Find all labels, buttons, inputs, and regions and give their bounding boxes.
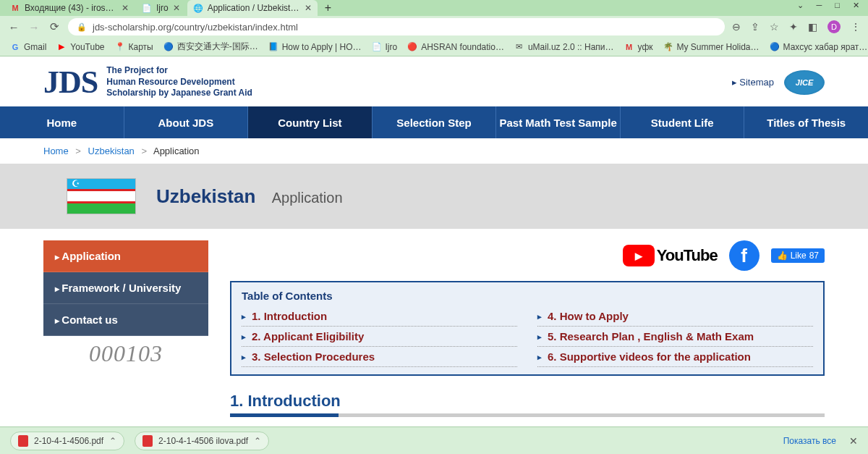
tab-ijro[interactable]: 📄 Ijro ✕ bbox=[136, 0, 186, 16]
tab-title: Входящие (43) - irossu1420@gm bbox=[25, 3, 117, 13]
bookmark-ijro[interactable]: 📄Ijro bbox=[372, 42, 398, 52]
youtube-link[interactable]: ▶ YouTube bbox=[623, 245, 718, 266]
panel-icon[interactable]: ◧ bbox=[808, 21, 817, 33]
minimize-button[interactable]: ─ bbox=[817, 1, 822, 9]
breadcrumb: Home > Uzbekistan > Application bbox=[0, 138, 868, 164]
close-icon[interactable]: ✕ bbox=[305, 3, 312, 13]
main-nav: Home About JDS Country List Selection St… bbox=[0, 106, 868, 138]
close-window-button[interactable]: ✕ bbox=[853, 1, 859, 10]
nav-home[interactable]: Home bbox=[0, 106, 124, 138]
bookmark-xjtu[interactable]: 🔵西安交通大学-国际… bbox=[163, 41, 258, 53]
bookmark-maxsus[interactable]: 🔵Махсус хабар ярат… bbox=[770, 42, 868, 52]
pdf-icon bbox=[18, 435, 28, 447]
toc-item-5[interactable]: 5. Research Plan , English & Math Exam bbox=[537, 327, 813, 347]
sidebar-item-contact[interactable]: Contact us bbox=[43, 304, 208, 336]
country-name: Uzbekistan bbox=[156, 185, 255, 207]
address-row: ← → ⟳ 🔒 jds-scholarship.org/country/uzbe… bbox=[0, 16, 868, 38]
url-bar[interactable]: 🔒 jds-scholarship.org/country/uzbekistan… bbox=[68, 18, 725, 35]
chevron-down-icon[interactable]: ⌄ bbox=[797, 1, 804, 10]
country-banner: Uzbekistan Application bbox=[0, 164, 868, 229]
sidebar-item-application[interactable]: Application bbox=[43, 240, 208, 272]
section-heading: 1. Introduction bbox=[230, 392, 825, 417]
nav-student[interactable]: Student Life bbox=[621, 106, 745, 138]
pdf-icon bbox=[142, 435, 153, 447]
lock-icon: 🔒 bbox=[77, 22, 87, 32]
bookmark-youtube[interactable]: ▶YouTube bbox=[56, 42, 104, 52]
zoom-icon[interactable]: ⊖ bbox=[732, 21, 741, 33]
crumb-current: Application bbox=[153, 146, 200, 156]
bookmark-howapply[interactable]: 📘How to Apply | HO… bbox=[268, 42, 362, 52]
sidebar-item-framework[interactable]: Framework / University bbox=[43, 272, 208, 304]
show-all-link[interactable]: Показать все bbox=[783, 436, 836, 446]
logo-subtitle: The Project for Human Resource Developme… bbox=[106, 65, 252, 99]
toc-item-3[interactable]: 3. Selection Procedures bbox=[242, 347, 517, 367]
nav-about[interactable]: About JDS bbox=[124, 106, 249, 138]
toc-item-6[interactable]: 6. Supportive videos for the application bbox=[537, 347, 813, 367]
bookmarks-bar: GGmail ▶YouTube 📍Карты 🔵西安交通大学-国际… 📘How … bbox=[0, 38, 868, 56]
gmail-icon: M bbox=[10, 3, 20, 13]
maximize-button[interactable]: □ bbox=[835, 1, 840, 9]
thumbs-up-icon: 👍 bbox=[777, 251, 788, 261]
chevron-up-icon[interactable]: ⌃ bbox=[109, 436, 116, 446]
tab-title: Ijro bbox=[156, 3, 169, 13]
chevron-up-icon[interactable]: ⌃ bbox=[254, 436, 261, 446]
tabs-row: M Входящие (43) - irossu1420@gm ✕ 📄 Ijro… bbox=[0, 0, 868, 16]
sitemap-link[interactable]: ▸ Sitemap bbox=[732, 77, 774, 88]
country-subtitle: Application bbox=[272, 190, 343, 206]
tab-gmail[interactable]: M Входящие (43) - irossu1420@gm ✕ bbox=[4, 0, 135, 16]
doc-icon: 📄 bbox=[142, 3, 152, 13]
extensions-icon[interactable]: ✦ bbox=[789, 21, 798, 33]
toc-item-1[interactable]: 1. Introduction bbox=[242, 306, 517, 327]
close-icon[interactable]: ✕ bbox=[122, 3, 129, 13]
nav-thesis[interactable]: Titles of Thesis bbox=[744, 106, 868, 138]
toc-item-2[interactable]: 2. Applicant Eligibility bbox=[242, 327, 517, 347]
visit-counter: 000103 bbox=[43, 336, 208, 371]
tab-title: Application / Uzbekistan - JDS bbox=[208, 3, 300, 13]
bookmark-gmail[interactable]: GGmail bbox=[10, 42, 46, 52]
tab-jds[interactable]: 🌐 Application / Uzbekistan - JDS ✕ bbox=[187, 0, 318, 16]
menu-icon[interactable]: ⋮ bbox=[851, 21, 861, 33]
download-item[interactable]: 2-10-4-1-4506 ilova.pdf ⌃ bbox=[135, 432, 269, 450]
toc-title: Table of Contents bbox=[242, 290, 813, 302]
bookmark-umail[interactable]: ✉uMail.uz 2.0 :: Напи… bbox=[514, 42, 614, 52]
download-name: 2-10-4-1-4506 ilova.pdf bbox=[158, 436, 248, 446]
bookmark-ahsran[interactable]: 🔴AHSRAN foundatio… bbox=[407, 42, 504, 52]
share-icon[interactable]: ⇪ bbox=[751, 21, 760, 33]
table-of-contents: Table of Contents 1. Introduction 4. How… bbox=[230, 281, 825, 376]
new-tab-button[interactable]: + bbox=[319, 1, 337, 14]
close-icon[interactable]: ✕ bbox=[849, 435, 858, 447]
section-title: 1. Introduction bbox=[230, 392, 825, 411]
page-header: JDS The Project for Human Resource Devel… bbox=[0, 56, 868, 106]
download-name: 2-10-4-1-4506.pdf bbox=[34, 436, 103, 446]
facebook-link[interactable]: f bbox=[729, 240, 760, 271]
bookmark-maps[interactable]: 📍Карты bbox=[115, 42, 153, 52]
toc-item-4[interactable]: 4. How to Apply bbox=[537, 306, 813, 327]
uzbekistan-flag-icon bbox=[67, 178, 136, 214]
logo[interactable]: JDS The Project for Human Resource Devel… bbox=[43, 64, 252, 101]
sidebar: Application Framework / University Conta… bbox=[43, 240, 208, 454]
globe-icon: 🌐 bbox=[193, 3, 203, 13]
youtube-play-icon: ▶ bbox=[623, 245, 655, 266]
close-icon[interactable]: ✕ bbox=[173, 3, 180, 13]
logo-text: JDS bbox=[43, 64, 98, 101]
download-item[interactable]: 2-10-4-1-4506.pdf ⌃ bbox=[10, 432, 124, 450]
star-icon[interactable]: ☆ bbox=[770, 21, 779, 33]
avatar[interactable]: D bbox=[827, 20, 841, 33]
forward-button[interactable]: → bbox=[27, 21, 41, 33]
back-button[interactable]: ← bbox=[7, 21, 20, 33]
crumb-home[interactable]: Home bbox=[43, 146, 69, 156]
bookmark-ufk[interactable]: Mуфк bbox=[624, 42, 653, 52]
nav-country[interactable]: Country List bbox=[248, 106, 373, 138]
downloads-bar: 2-10-4-1-4506.pdf ⌃ 2-10-4-1-4506 ilova.… bbox=[0, 426, 868, 454]
nav-math[interactable]: Past Math Test Sample bbox=[496, 106, 621, 138]
url-text: jds-scholarship.org/country/uzbekistan/i… bbox=[93, 22, 298, 33]
reload-button[interactable]: ⟳ bbox=[48, 20, 61, 33]
bookmark-summer[interactable]: 🌴My Summer Holida… bbox=[663, 42, 760, 52]
nav-selection[interactable]: Selection Step bbox=[373, 106, 497, 138]
jice-logo[interactable]: JICE bbox=[784, 70, 825, 95]
main-column: ▶ YouTube f 👍 Like 87 Table of Contents … bbox=[230, 240, 825, 454]
fb-like-button[interactable]: 👍 Like 87 bbox=[771, 248, 825, 263]
crumb-country[interactable]: Uzbekistan bbox=[88, 146, 135, 156]
